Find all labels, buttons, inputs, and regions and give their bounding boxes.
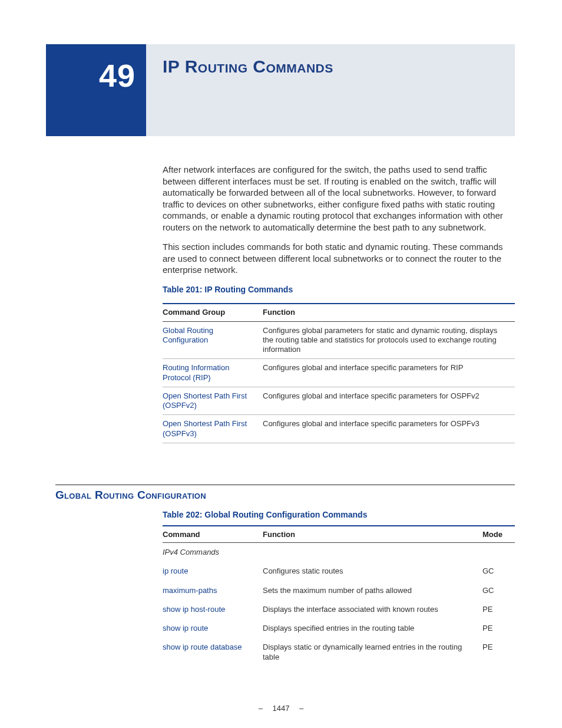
table-202-row-4-func: Displays static or dynamically learned e…: [263, 638, 482, 667]
chapter-number-block: 49: [46, 44, 146, 136]
page: 49 IP Routing Commands After network int…: [0, 0, 562, 728]
section-rule: [55, 485, 515, 485]
table-row: ip route Configures static routes GC: [163, 562, 515, 581]
table-row: Global Routing Configuration Configures …: [163, 321, 515, 359]
table-202-header-function: Function: [263, 526, 482, 543]
table-201-row-2-group[interactable]: Open Shortest Path First (OSPFv2): [163, 387, 263, 415]
section-heading: Global Routing Configuration: [55, 489, 515, 502]
table-202-caption: Table 202: Global Routing Configuration …: [163, 510, 515, 519]
table-202-header-mode: Mode: [482, 526, 515, 543]
table-201-row-1-group[interactable]: Routing Information Protocol (RIP): [163, 359, 263, 387]
table-202: Command Function Mode IPv4 Commands ip r…: [163, 525, 515, 667]
table-202-row-1-func: Sets the maximum number of paths allowed: [263, 581, 482, 600]
table-201-row-1-func: Configures global and interface specific…: [263, 359, 515, 387]
table-202-row-2-mode: PE: [482, 600, 515, 619]
table-202-row-0-cmd[interactable]: ip route: [163, 562, 263, 581]
table-row: Routing Information Protocol (RIP) Confi…: [163, 359, 515, 387]
table-201: Command Group Function Global Routing Co…: [163, 303, 515, 443]
intro-paragraph-1: After network interfaces are configured …: [163, 164, 515, 233]
table-202-row-4-cmd[interactable]: show ip route database: [163, 638, 263, 667]
table-202-row-3-cmd[interactable]: show ip route: [163, 619, 263, 638]
table-row: show ip route database Displays static o…: [163, 638, 515, 667]
section-global-routing: Global Routing Configuration Table 202: …: [55, 485, 515, 667]
table-201-row-0-group[interactable]: Global Routing Configuration: [163, 321, 263, 359]
intro-paragraph-2: This section includes commands for both …: [163, 241, 515, 276]
table-201-row-3-func: Configures global and interface specific…: [263, 415, 515, 443]
table-202-row-2-func: Displays the interface associated with k…: [263, 600, 482, 619]
table-202-wrap: Table 202: Global Routing Configuration …: [163, 510, 515, 667]
table-202-subhead-row: IPv4 Commands: [163, 543, 515, 562]
table-201-row-2-func: Configures global and interface specific…: [263, 387, 515, 415]
chapter-title: IP Routing Commands: [163, 57, 333, 77]
table-202-row-1-mode: GC: [482, 581, 515, 600]
table-row: show ip host-route Displays the interfac…: [163, 600, 515, 619]
table-row: show ip route Displays specified entries…: [163, 619, 515, 638]
table-202-header-command: Command: [163, 526, 263, 543]
table-201-header-function: Function: [263, 304, 515, 321]
table-row: Open Shortest Path First (OSPFv3) Config…: [163, 415, 515, 443]
table-202-row-4-mode: PE: [482, 638, 515, 667]
table-202-row-2-cmd[interactable]: show ip host-route: [163, 600, 263, 619]
table-202-row-3-mode: PE: [482, 619, 515, 638]
table-201-caption: Table 201: IP Routing Commands: [163, 284, 515, 295]
table-202-subhead: IPv4 Commands: [163, 543, 515, 562]
table-row: Open Shortest Path First (OSPFv2) Config…: [163, 387, 515, 415]
table-row: maximum-paths Sets the maximum number of…: [163, 581, 515, 600]
table-202-row-0-mode: GC: [482, 562, 515, 581]
table-202-row-0-func: Configures static routes: [263, 562, 482, 581]
table-202-row-3-func: Displays specified entries in the routin…: [263, 619, 482, 638]
table-202-row-1-cmd[interactable]: maximum-paths: [163, 581, 263, 600]
chapter-number: 49: [46, 57, 135, 94]
table-201-row-3-group[interactable]: Open Shortest Path First (OSPFv3): [163, 415, 263, 443]
table-201-header-group: Command Group: [163, 304, 263, 321]
body-column: After network interfaces are configured …: [163, 164, 515, 448]
page-number: – 1447 –: [0, 704, 562, 713]
table-201-row-0-func: Configures global parameters for static …: [263, 321, 515, 359]
